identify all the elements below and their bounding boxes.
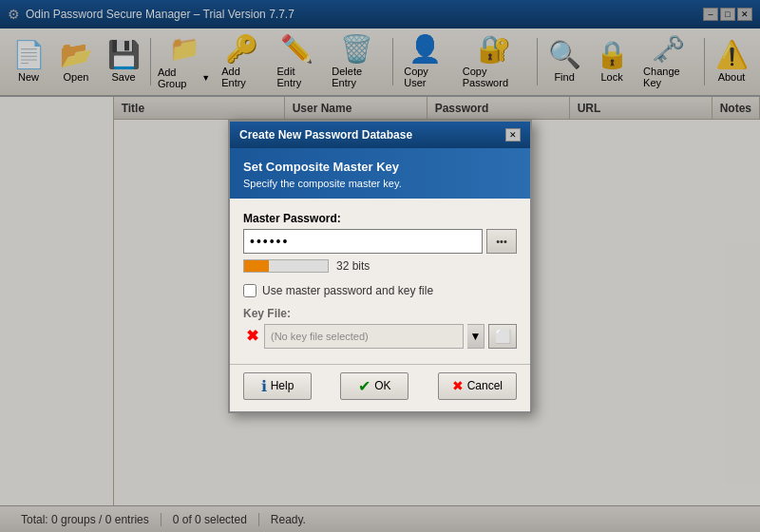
- dialog-header-subtitle: Specify the composite master key.: [243, 178, 517, 189]
- peek-button[interactable]: •••: [486, 229, 517, 254]
- password-row: •••: [243, 229, 517, 254]
- key-file-dropdown[interactable]: (No key file selected): [264, 324, 464, 349]
- use-key-file-checkbox[interactable]: [243, 284, 256, 297]
- dialog-close-button[interactable]: ✕: [505, 128, 521, 142]
- cancel-label: Cancel: [467, 379, 503, 392]
- key-file-label: Key File:: [243, 307, 517, 320]
- checkbox-row: Use master password and key file: [243, 284, 517, 297]
- ok-button[interactable]: ✔ OK: [340, 372, 408, 400]
- key-file-placeholder: (No key file selected): [271, 331, 369, 342]
- dialog-buttons: ℹ Help ✔ OK ✖ Cancel: [230, 364, 530, 411]
- dialog-title-text: Create New Password Database: [239, 128, 412, 142]
- strength-label: 32 bits: [336, 259, 370, 273]
- key-file-browse-button[interactable]: ⬜: [488, 324, 517, 349]
- dialog-title-bar: Create New Password Database ✕: [230, 122, 530, 148]
- dropdown-arrow-icon: ▼: [470, 330, 482, 343]
- strength-bar: [244, 260, 269, 272]
- create-database-dialog: Create New Password Database ✕ Set Compo…: [228, 120, 532, 413]
- help-button[interactable]: ℹ Help: [243, 372, 312, 400]
- help-label: Help: [271, 379, 294, 392]
- dialog-header-title: Set Composite Master Key: [243, 160, 517, 174]
- cancel-icon: ✖: [452, 378, 464, 393]
- ok-label: OK: [374, 379, 390, 392]
- master-password-label: Master Password:: [243, 212, 517, 225]
- peek-icon: •••: [496, 236, 507, 247]
- key-file-dropdown-arrow[interactable]: ▼: [467, 324, 484, 349]
- key-file-error-icon: ✖: [243, 328, 260, 345]
- browse-icon: ⬜: [495, 329, 511, 344]
- dialog-header: Set Composite Master Key Specify the com…: [230, 148, 530, 199]
- master-password-input[interactable]: [243, 229, 483, 254]
- modal-overlay: Create New Password Database ✕ Set Compo…: [0, 0, 760, 532]
- strength-row: 32 bits: [243, 259, 517, 273]
- ok-icon: ✔: [358, 377, 370, 395]
- key-file-row: ✖ (No key file selected) ▼ ⬜: [243, 324, 517, 349]
- use-key-file-label: Use master password and key file: [262, 284, 433, 297]
- strength-bar-container: [243, 259, 329, 273]
- help-icon: ℹ: [261, 377, 267, 395]
- cancel-button[interactable]: ✖ Cancel: [438, 372, 517, 400]
- dialog-body: Master Password: ••• 32 bits Use master …: [230, 199, 530, 358]
